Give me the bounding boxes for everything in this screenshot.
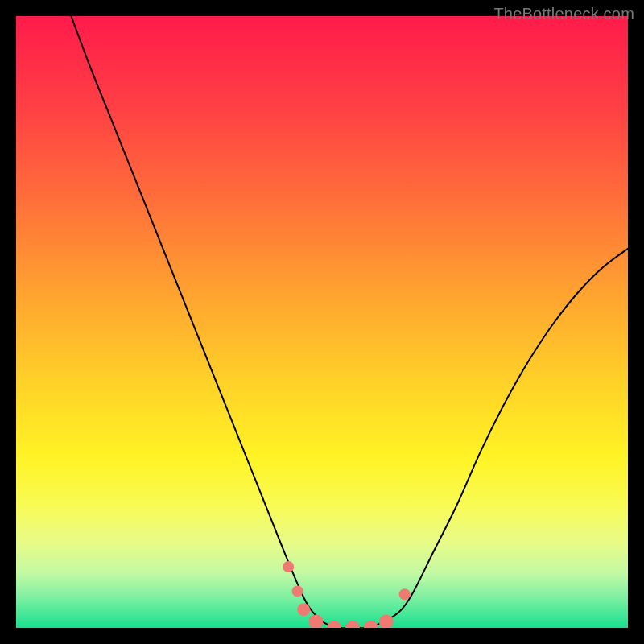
chart-frame: TheBottleneck.com	[0, 0, 644, 644]
attribution-text: TheBottleneck.com	[493, 5, 634, 23]
chart-svg	[16, 16, 628, 628]
data-marker	[399, 588, 411, 600]
data-marker	[283, 561, 294, 572]
data-marker	[292, 585, 303, 597]
plot-area	[16, 16, 628, 628]
gradient-background	[16, 16, 628, 628]
data-marker	[297, 603, 310, 616]
